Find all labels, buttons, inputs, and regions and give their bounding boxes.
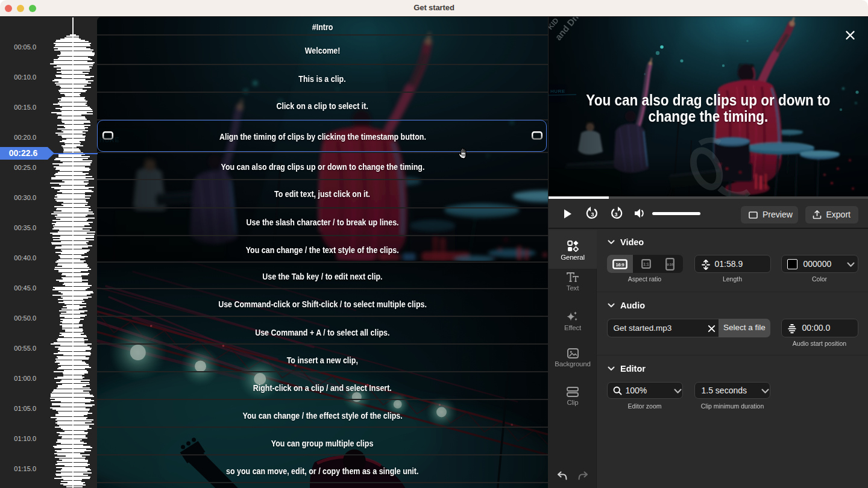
svg-text:3: 3 bbox=[615, 211, 618, 217]
svg-text:3: 3 bbox=[591, 211, 594, 217]
svg-text:1:1: 1:1 bbox=[643, 261, 649, 266]
svg-text:9:16: 9:16 bbox=[667, 263, 673, 266]
svg-text:16:9: 16:9 bbox=[615, 261, 624, 267]
